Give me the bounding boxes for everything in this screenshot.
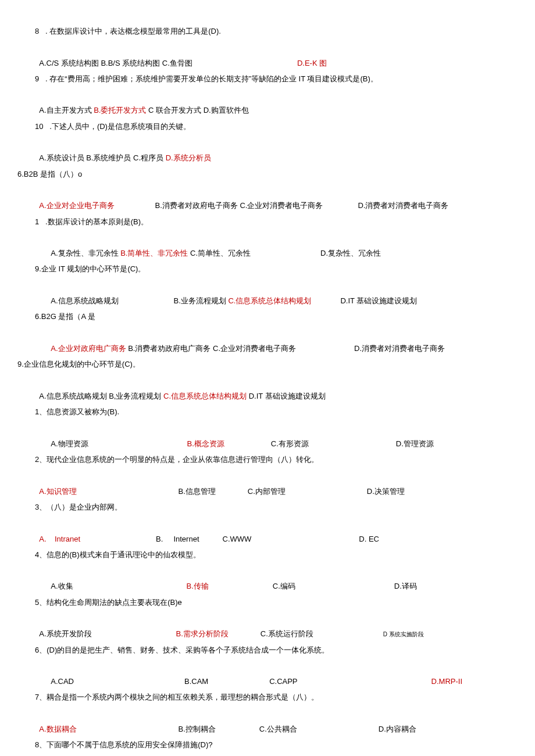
q8sec-options: A.输入输出授权认证 B.程序化的例行编辑检查 C.总量控制技术D.总体安全保障 xyxy=(17,753,518,756)
q6b2g-bc: B.消费者劝政府电广商务 C.企业对消费者电子商务 xyxy=(126,344,297,353)
q8sec-stem: 8、下面哪个不属于信息系统的应用安全保障措施(D)? xyxy=(17,737,518,753)
q6d-b: B.CAM xyxy=(184,677,208,686)
q9it-stem: 9.企业 IT 规划的中心环节是(C)。 xyxy=(17,261,518,277)
q3intra-a: A. Intranet xyxy=(39,535,80,543)
q1info-c: C.有形资源 xyxy=(271,439,309,448)
q8-options: A.C/S 系统结构图 B.B/S 系统结构图 C.鱼骨图D.E-K 图 xyxy=(17,39,518,71)
q6b2g-stem: 6.B2G 是指（A 是 xyxy=(17,309,518,324)
q1db-d: D.复杂性、冗余性 xyxy=(320,249,381,257)
q2mod-b: B.信息管理 xyxy=(179,487,216,496)
q6d-a: A.CAD xyxy=(51,677,74,686)
q5life-d: D 系统实施阶段 xyxy=(383,631,424,637)
q9it-b: B.业务流程规划 xyxy=(174,296,229,305)
q9ent-options: A.信息系统战略规划 B,业务流程规划 C.信息系统总体结构规划 D.IT 基础… xyxy=(17,372,518,404)
q2mod-a: A.知识管理 xyxy=(39,487,76,496)
q8-d: D.E-K 图 xyxy=(297,59,327,67)
q3intra-b: B. Internet xyxy=(156,535,199,543)
q3intra-c: C.WWW xyxy=(223,535,252,543)
q6d-d: D.MRP-II xyxy=(431,677,462,686)
q9a-options: A.自主开发方式 B.委托开发方式 C 联合开发方式 D.购置软件包 xyxy=(17,87,518,119)
q9ent-ab: A.信息系统战略规划 B,业务流程规划 xyxy=(39,392,163,400)
q7coup-stem: 7、耦合是指一个系统内两个模块之间的相互依赖关系，最理想的耦合形式是（八）。 xyxy=(17,689,518,705)
q9a-stem: 9 . 存在“费用高；维护困难；系统维护需要开发单位的长期支持”等缺陷的企业 I… xyxy=(17,71,518,87)
q4sh-d: D.译码 xyxy=(394,582,417,590)
q7coup-a: A.数据耦合 xyxy=(39,725,76,733)
q7coup-options: A.数据耦合B.控制耦合C.公共耦合D.内容耦合 xyxy=(17,705,518,737)
q6b2b-options: A.企业对企业电子商务B.消费者对政府电子商务 C.企业对消费者电子商务D.消费… xyxy=(17,182,518,214)
q5life-b: B.需求分析阶段 xyxy=(176,629,229,638)
q6b2g-a: A.企业对政府电广商务 xyxy=(51,344,126,353)
q6d-options: A.CADB.CAMC.CAPPD.MRP-II xyxy=(17,658,518,690)
q1db-stem: 1 .数据库设计的基本原则是(B)。 xyxy=(17,214,518,230)
q2mod-c: C.内部管理 xyxy=(248,487,286,496)
q7coup-d: D.内容耦合 xyxy=(379,725,416,733)
q1db-options: A.复杂性、非冗余性 B.简单性、非冗余性 C.简单性、冗余性D.复杂性、冗余性 xyxy=(17,230,518,261)
q4sh-a: A.收集 xyxy=(51,582,73,590)
q6b2b-a: A.企业对企业电子商务 xyxy=(39,201,114,210)
q9a-a: A.自主开发方式 xyxy=(39,106,94,114)
q4sh-options: A.收集B.传输C.编码D.译码 xyxy=(17,562,518,594)
q6b2b-d: D.消费者对消费者电子商务 xyxy=(358,201,448,210)
q6b2b-stem: 6.B2B 是指（八）o xyxy=(17,166,518,182)
q9ent-c: C.信息系统总体结构规划 xyxy=(163,392,247,400)
q5life-c: C.系统运行阶段 xyxy=(261,629,313,638)
q9a-b: B.委托开发方式 xyxy=(94,106,146,114)
q9ent-d: D.IT 基础设施建设规划 xyxy=(247,392,326,400)
q1db-c: C.简单性、冗余性 xyxy=(188,249,251,257)
q10-d: D.系统分析员 xyxy=(166,153,211,162)
q5life-options: A.系统开发阶段B.需求分析阶段C.系统运行阶段D 系统实施阶段 xyxy=(17,610,518,642)
q2mod-options: A.知识管理B.信息管理C.内部管理D.决策管理 xyxy=(17,467,518,499)
q3intra-d: D. EC xyxy=(359,535,379,543)
q9it-a: A.信息系统战略规划 xyxy=(51,296,118,305)
q6b2b-bc: B.消费者对政府电子商务 C.企业对消费者电子商务 xyxy=(155,201,323,210)
q6d-c: C.CAPP xyxy=(269,677,297,686)
q7coup-c: C.公共耦合 xyxy=(259,725,297,733)
q5life-stem: 5、结构化生命周期法的缺点主要表现在(B)e xyxy=(17,594,518,610)
q10-abc: A.系统设计员 B.系统维护员 C.程序员 xyxy=(39,153,165,162)
q8-abc: A.C/S 系统结构图 B.B/S 系统结构图 C.鱼骨图 xyxy=(39,59,192,67)
q1db-b: B.简单性、非冗余性 xyxy=(120,249,188,257)
q4sh-b: B.传输 xyxy=(187,582,209,590)
q6b2g-options: A.企业对政府电广商务 B.消费者劝政府电广商务 C.企业对消费者电子商务D.消… xyxy=(17,325,518,357)
q4sh-stem: 4、信息的(B)模式来自于通讯理论中的仙农模型。 xyxy=(17,547,518,562)
q3intra-options: A. IntranetB. InternetC.WWWD. EC xyxy=(17,515,518,547)
q1info-b: B.概念资源 xyxy=(187,439,224,448)
q1db-a: A.复杂性、非冗余性 xyxy=(51,249,120,257)
q5life-a: A.系统开发阶段 xyxy=(39,629,91,638)
q6d-stem: 6、(D)的目的是把生产、销售、财务、技术、采购等各个子系统结合成一个一体化系统… xyxy=(17,642,518,658)
q1info-d: D.管理资源 xyxy=(396,439,434,448)
q9it-c: C.信息系统总体结构规划 xyxy=(228,296,311,305)
q1info-options: A.物理资源B.概念资源C.有形资源D.管理资源 xyxy=(17,420,518,452)
q1info-stem: 1、信息资源又被称为(B). xyxy=(17,404,518,420)
q10-options: A.系统设计员 B.系统维护员 C.程序员 D.系统分析员 xyxy=(17,134,518,166)
q7coup-b: B.控制耦合 xyxy=(179,725,216,733)
q9a-cd: C 联合开发方式 D.购置软件包 xyxy=(146,106,248,114)
q3intra-stem: 3、（八）是企业内部网。 xyxy=(17,499,518,515)
q6b2g-d: D.消费者对消费者电子商务 xyxy=(354,344,445,353)
q2mod-d: D.决策管理 xyxy=(367,487,405,496)
q8-stem: 8 . 在数据库设计中，表达概念模型最常用的工具是(D). xyxy=(17,23,518,39)
q9ent-stem: 9.企业信息化规划的中心环节是(C)。 xyxy=(17,356,518,372)
q9it-options: A.信息系统战略规划B.业务流程规划 C.信息系统总体结构规划D.IT 基础设施… xyxy=(17,277,518,309)
q1info-a: A.物理资源 xyxy=(51,439,88,448)
q9it-d: D.IT 基础设施建设规划 xyxy=(340,296,417,305)
q2mod-stem: 2、现代企业信息系统的一个明显的特点是，企业从依靠信息进行管理向（八）转化。 xyxy=(17,452,518,467)
q4sh-c: C.编码 xyxy=(273,582,295,590)
q10-stem: 10 .下述人员中，(D)是信息系统项目的关键。 xyxy=(17,119,518,134)
